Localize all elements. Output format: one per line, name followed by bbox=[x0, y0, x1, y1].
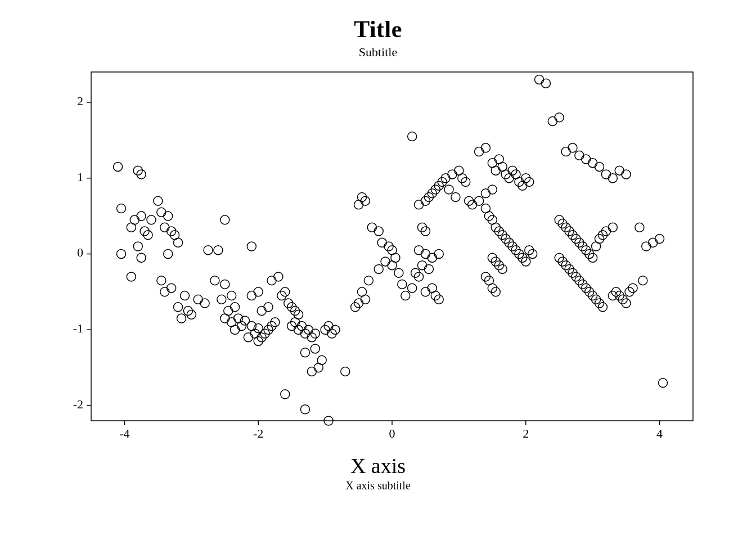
chart-area: -2-1012-4-2024 bbox=[46, 66, 710, 449]
chart-container: Title Subtitle -2-1012-4-2024 X axis X a… bbox=[0, 0, 756, 540]
svg-text:4: 4 bbox=[656, 426, 663, 440]
scatter-plot: -2-1012-4-2024 bbox=[46, 66, 710, 449]
svg-rect-0 bbox=[91, 72, 693, 421]
x-axis-label: X axis bbox=[350, 453, 406, 478]
svg-text:1: 1 bbox=[77, 170, 83, 184]
chart-subtitle: Subtitle bbox=[359, 45, 397, 60]
chart-title: Title bbox=[354, 16, 402, 43]
svg-text:-1: -1 bbox=[73, 321, 83, 335]
svg-text:2: 2 bbox=[523, 426, 529, 440]
svg-text:-4: -4 bbox=[119, 426, 129, 440]
svg-text:0: 0 bbox=[77, 245, 83, 259]
svg-text:2: 2 bbox=[77, 94, 83, 108]
svg-text:-2: -2 bbox=[253, 426, 263, 440]
x-axis-subtitle: X axis subtitle bbox=[345, 479, 411, 492]
svg-text:0: 0 bbox=[389, 426, 395, 440]
svg-text:-2: -2 bbox=[73, 397, 83, 411]
